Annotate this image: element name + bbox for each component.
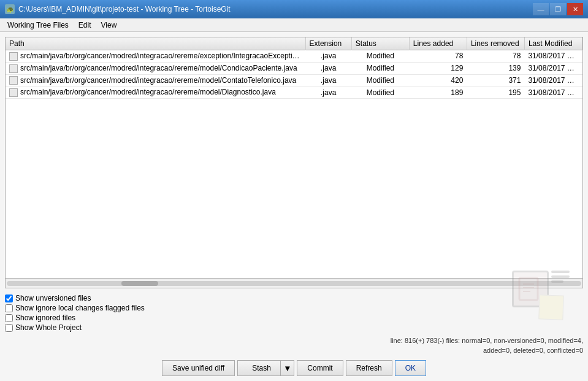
commit-button[interactable]: Commit [297,360,343,376]
cell-extension: .java [305,50,351,63]
cell-last-modified: 31/08/2017 17:3 [524,50,582,63]
window-controls: — ❐ ✕ [533,3,583,15]
close-button[interactable]: ✕ [567,3,583,15]
col-header-removed[interactable]: Lines removed [467,37,524,50]
label-show-ignored: Show ignored files [15,314,75,322]
file-table: Path Extension Status Lines added Lines … [6,37,582,99]
status-line1: line: 816(+) 783(-) files: normal=0, non… [391,337,583,344]
checkbox-show-whole-project-row: Show Whole Project [5,323,583,333]
scroll-area[interactable]: Path Extension Status Lines added Lines … [6,37,582,278]
checkbox-show-whole-project[interactable] [5,324,13,332]
button-bar: Save unified diff Stash ▼ Commit Refresh… [5,360,583,376]
cell-lines-removed: 371 [467,74,524,87]
cell-path: src/main/java/br/org/cancer/modred/integ… [6,74,305,87]
checkbox-show-ignored-row: Show ignored files [5,313,583,323]
menu-working-tree[interactable]: Working Tree Files [2,18,74,32]
window-title: C:\Users\IBM_ADMIN\git\projeto-test - Wo… [18,5,231,13]
table-row[interactable]: src/main/java/br/org/cancer/modred/integ… [6,50,582,63]
cell-lines-added: 420 [409,74,467,87]
table-row[interactable]: src/main/java/br/org/cancer/modred/integ… [6,87,582,99]
file-icon [9,88,18,97]
label-show-ignore-local: Show ignore local changes flagged files [15,304,145,312]
cell-extension: .java [305,87,351,99]
col-header-ext[interactable]: Extension [305,37,351,50]
cell-extension: .java [305,74,351,87]
scroll-thumb[interactable] [121,281,158,286]
checkbox-show-unversioned-row: Show unversioned files [5,293,583,303]
ok-button[interactable]: OK [395,360,426,376]
status-bar: line: 816(+) 783(-) files: normal=0, non… [5,335,583,356]
cell-lines-added: 129 [409,62,467,74]
cell-status: Modified [351,62,409,74]
stash-dropdown-button[interactable]: ▼ [280,360,294,376]
stash-button[interactable]: Stash [237,360,280,376]
label-show-unversioned: Show unversioned files [15,294,91,302]
cell-status: Modified [351,87,409,99]
checkbox-show-ignored[interactable] [5,314,13,322]
cell-last-modified: 31/08/2017 17:3 [524,62,582,74]
table-row[interactable]: src/main/java/br/org/cancer/modred/integ… [6,62,582,74]
checkbox-show-ignore-local-row: Show ignore local changes flagged files [5,303,583,313]
status-line2: added=0, deleted=0, conflicted=0 [483,347,583,354]
cell-lines-added: 78 [409,50,467,63]
cell-path: src/main/java/br/org/cancer/modred/integ… [6,62,305,74]
scroll-track [7,281,581,286]
cell-last-modified: 31/08/2017 17:3 [524,87,582,99]
cell-lines-removed: 139 [467,62,524,74]
checkbox-show-unversioned[interactable] [5,294,13,302]
cell-last-modified: 31/08/2017 17:3 [524,74,582,87]
save-unified-diff-button[interactable]: Save unified diff [162,360,235,376]
app-icon: 🐢 [5,4,15,14]
stash-button-group: Stash ▼ [237,360,294,376]
label-show-whole-project: Show Whole Project [15,323,82,332]
refresh-button[interactable]: Refresh [346,360,392,376]
table-header-row: Path Extension Status Lines added Lines … [6,37,582,50]
col-header-added[interactable]: Lines added [409,37,467,50]
table-row[interactable]: src/main/java/br/org/cancer/modred/integ… [6,74,582,87]
col-header-path[interactable]: Path [6,37,305,50]
minimize-button[interactable]: — [533,3,549,15]
cell-status: Modified [351,50,409,63]
restore-button[interactable]: ❐ [550,3,566,15]
col-header-modified[interactable]: Last Modified [524,37,582,50]
cell-path: src/main/java/br/org/cancer/modred/integ… [6,50,305,63]
file-icon [9,52,18,61]
menu-edit[interactable]: Edit [74,18,96,32]
status-text: line: 816(+) 783(-) files: normal=0, non… [294,336,584,355]
file-icon [9,64,18,73]
horizontal-scrollbar[interactable] [6,278,582,288]
title-bar: 🐢 C:\Users\IBM_ADMIN\git\projeto-test - … [0,0,588,18]
checkbox-show-ignore-local[interactable] [5,304,13,312]
menu-view[interactable]: View [96,18,122,32]
main-content: Path Extension Status Lines added Lines … [0,32,588,381]
cell-status: Modified [351,74,409,87]
cell-extension: .java [305,62,351,74]
file-icon [9,76,18,85]
cell-lines-removed: 195 [467,87,524,99]
cell-lines-removed: 78 [467,50,524,63]
cell-path: src/main/java/br/org/cancer/modred/integ… [6,87,305,99]
file-table-container: Path Extension Status Lines added Lines … [5,37,583,288]
menu-bar: Working Tree Files Edit View [0,18,588,32]
bottom-options: Show unversioned files Show ignore local… [5,293,583,333]
cell-lines-added: 189 [409,87,467,99]
col-header-status[interactable]: Status [351,37,409,50]
